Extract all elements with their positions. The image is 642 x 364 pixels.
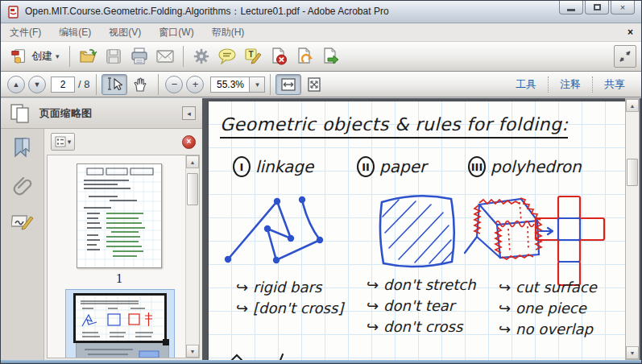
settings-button[interactable]	[188, 44, 214, 68]
numeral-2: II	[357, 156, 375, 177]
doc-scrollbar-thumb[interactable]	[627, 159, 638, 186]
envelope-icon	[155, 47, 175, 66]
hook-arrow-icon: ↪	[236, 300, 248, 316]
rule-text: cut surface	[516, 279, 597, 296]
scroll-down-button[interactable]: ▼	[186, 345, 199, 358]
scrollbar-thumb[interactable]	[187, 173, 198, 205]
maximize-button[interactable]	[585, 1, 609, 14]
toolbar-separator	[183, 46, 184, 67]
cube-net-drawing	[536, 196, 604, 285]
fit-page-button[interactable]	[301, 74, 327, 95]
open-file-button[interactable]	[75, 44, 101, 68]
zoom-dropdown-button[interactable]: ▾	[249, 77, 265, 93]
thumbnails-panel-header: 页面缩略图 ◂	[1, 98, 202, 129]
toolbar-separator	[270, 74, 271, 95]
menu-edit[interactable]: 编辑(E)	[50, 23, 100, 42]
acrobat-window: Open.MIT.Course.Geometric.Folding.Algori…	[0, 0, 642, 364]
comment-panel-button[interactable]: 注释	[549, 77, 592, 92]
window-title: Open.MIT.Course.Geometric.Folding.Algori…	[25, 5, 389, 19]
print-button[interactable]	[126, 44, 152, 68]
text-note-icon: T	[243, 47, 263, 66]
menu-help[interactable]: 帮助(H)	[203, 23, 254, 42]
object-item-paper: II paper	[357, 156, 426, 177]
page-total-label: / 8	[78, 78, 89, 90]
doc-scroll-up-button[interactable]: ▲	[626, 99, 639, 112]
rotate-pages-button[interactable]	[292, 44, 317, 68]
partial-next-line	[231, 354, 283, 360]
pdf-page-2[interactable]: Geometric objects & rules for folding: I…	[209, 101, 627, 360]
delete-pages-button[interactable]	[266, 44, 292, 68]
document-view: Geometric objects & rules for folding: I…	[202, 98, 641, 360]
bookmarks-icon[interactable]	[12, 137, 33, 159]
email-button[interactable]	[152, 44, 178, 68]
hand-tool-button[interactable]	[127, 74, 153, 95]
scroll-up-button[interactable]: ▲	[186, 155, 199, 168]
current-view-rectangle[interactable]	[73, 293, 167, 343]
menu-view[interactable]: 视图(V)	[100, 23, 150, 42]
printer-icon	[130, 47, 149, 66]
select-tool-button[interactable]	[101, 74, 127, 95]
menu-window[interactable]: 窗口(W)	[150, 23, 202, 42]
comment-button[interactable]	[214, 44, 240, 68]
create-label: 创建	[31, 49, 52, 64]
next-page-button[interactable]: ▼	[28, 76, 46, 93]
scroll-up-icon: ▲	[190, 159, 196, 165]
create-caret-icon: ▾	[56, 52, 60, 60]
thumbnails-panel: ▾ ×	[44, 129, 202, 360]
thumbnail-page-2-selected[interactable]	[65, 289, 175, 358]
rules-polyhedron: ↪cut surface ↪one piece ↪no overlap	[499, 277, 597, 340]
rule-text: one piece	[516, 300, 586, 316]
previous-page-button[interactable]: ▲	[7, 76, 25, 93]
unfolding-arrow-icon	[541, 228, 553, 234]
minimize-button[interactable]	[559, 1, 583, 14]
title-bar[interactable]: Open.MIT.Course.Geometric.Folding.Algori…	[1, 1, 641, 23]
attachments-icon[interactable]	[12, 174, 33, 196]
numeral-1: I	[233, 156, 251, 177]
thumbnail-scrollbar[interactable]: ▲ ▼	[185, 155, 199, 358]
page-heading: Geometric objects & rules for folding:	[220, 114, 568, 139]
fit-width-button[interactable]	[275, 74, 301, 95]
save-floppy-icon	[105, 48, 122, 65]
customize-toolbar-button[interactable]	[614, 45, 636, 68]
object-label: paper	[379, 157, 426, 176]
view-rectangle-handle[interactable]	[163, 339, 169, 345]
signatures-icon[interactable]	[11, 211, 34, 232]
window-body: 页面缩略图 ◂	[1, 98, 641, 360]
zoom-out-button[interactable]: −	[165, 76, 183, 93]
thumbnail-1-label: 1	[48, 271, 191, 286]
panel-title: 页面缩略图	[39, 106, 182, 121]
pages-icon	[9, 103, 33, 124]
zoom-in-button[interactable]: +	[186, 76, 204, 93]
options-list-icon	[55, 136, 66, 147]
scroll-down-icon: ▼	[190, 349, 196, 354]
export-button[interactable]	[317, 44, 343, 68]
close-button[interactable]: ×	[611, 1, 635, 14]
doc-scroll-down-icon: ▼	[630, 350, 636, 356]
thumbnail-page-1[interactable]	[77, 163, 162, 268]
share-panel-button[interactable]: 共享	[593, 77, 636, 92]
doc-scroll-down-button[interactable]: ▼	[626, 346, 639, 359]
rule-text: rigid bars	[253, 279, 321, 296]
menu-file[interactable]: 文件(F)	[1, 23, 50, 42]
linkage-joints	[225, 196, 323, 263]
thumbnail-options-button[interactable]: ▾	[51, 133, 75, 151]
nav-icon-strip	[1, 129, 44, 360]
fit-page-icon	[306, 77, 322, 93]
speech-bubble-icon	[217, 47, 237, 66]
hook-arrow-icon: ↪	[236, 279, 248, 296]
navigation-pane: 页面缩略图 ◂	[1, 98, 202, 360]
document-scrollbar[interactable]: ▲ ▼	[625, 98, 640, 360]
close-panel-button[interactable]: ×	[182, 135, 196, 149]
tools-panel-button[interactable]: 工具	[504, 77, 548, 92]
paper-drawing	[380, 196, 454, 267]
page-rotate-icon	[295, 47, 314, 66]
thumbnail-2-shaded-region	[76, 343, 169, 358]
thumbnail-1-preview	[77, 164, 161, 267]
create-pdf-button[interactable]: 创建 ▾	[6, 44, 64, 68]
save-button[interactable]	[101, 44, 126, 68]
document-close-button[interactable]: ×	[628, 27, 633, 38]
zoom-level-input[interactable]	[210, 77, 249, 93]
typewriter-button[interactable]: T	[240, 44, 266, 68]
page-number-input[interactable]	[51, 77, 75, 93]
collapse-panel-button[interactable]: ◂	[182, 106, 196, 120]
